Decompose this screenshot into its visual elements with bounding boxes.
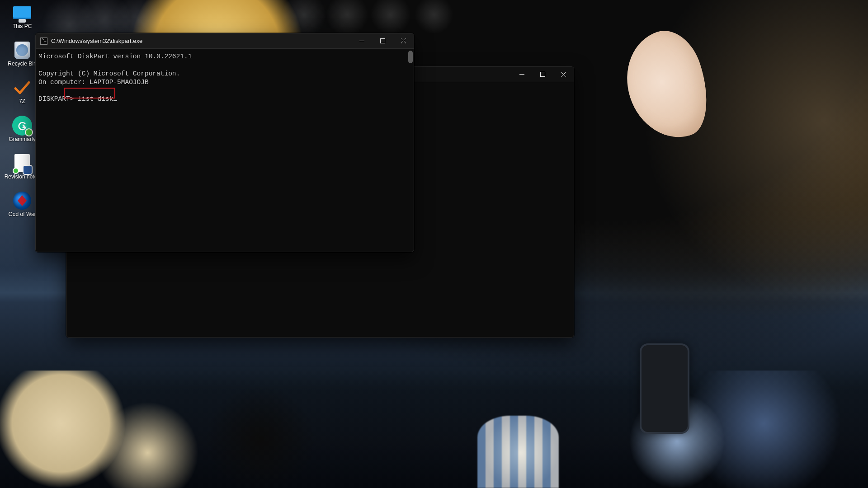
diskpart-window[interactable]: C:\Windows\system32\diskpart.exe Microso…	[35, 33, 414, 252]
desktop-icon-label: Grammarly	[9, 136, 35, 142]
grammarly-icon	[12, 116, 32, 136]
monitor-icon	[13, 6, 31, 19]
recycle-bin-icon	[14, 42, 30, 59]
text-cursor	[113, 100, 117, 102]
terminal-app-icon	[40, 38, 47, 45]
terminal-command: list disk	[78, 95, 113, 103]
terminal-line: Copyright (C) Microsoft Corporation.	[38, 70, 180, 77]
terminal-prompt: DISKPART>	[38, 95, 74, 103]
desktop-icon-label: 7Z	[19, 99, 25, 104]
svg-rect-1	[380, 39, 385, 43]
window-controls	[351, 33, 414, 49]
maximize-button[interactable]	[372, 33, 393, 49]
terminal-output-area[interactable]: Microsoft DiskPart version 10.0.22621.1 …	[36, 49, 414, 252]
scrollbar-thumb[interactable]	[408, 51, 413, 63]
god-of-war-icon	[13, 192, 31, 210]
desktop-icon-this-pc[interactable]: This PC	[3, 4, 42, 29]
terminal-line: Microsoft DiskPart version 10.0.22621.1	[38, 53, 192, 60]
close-button[interactable]	[393, 33, 414, 49]
maximize-button[interactable]	[532, 67, 553, 82]
desktop-icon-label: Revision notes	[5, 174, 40, 180]
svg-rect-0	[540, 72, 545, 77]
window-controls	[511, 67, 574, 82]
desktop-icon-label: This PC	[13, 23, 32, 29]
close-button[interactable]	[553, 67, 574, 82]
desktop-icon-label: God of War	[9, 211, 36, 217]
minimize-button[interactable]	[351, 33, 372, 49]
minimize-button[interactable]	[511, 67, 532, 82]
window-titlebar[interactable]: C:\Windows\system32\diskpart.exe	[36, 33, 414, 49]
checkmark-icon	[13, 79, 31, 97]
terminal-line: On computer: LAPTOP-5MAOJOJB	[38, 79, 149, 86]
word-document-icon	[14, 154, 30, 172]
window-title: C:\Windows\system32\diskpart.exe	[51, 38, 142, 44]
desktop-icon-label: Recycle Bin	[8, 61, 36, 67]
